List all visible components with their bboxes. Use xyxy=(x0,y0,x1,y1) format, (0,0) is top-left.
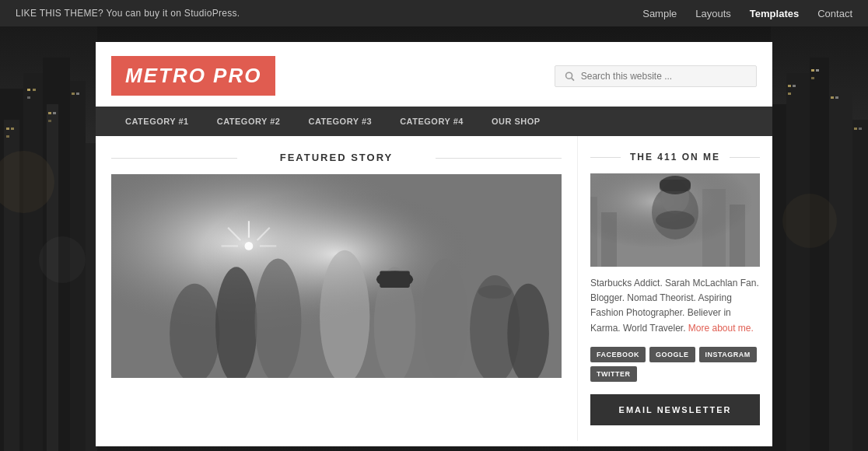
top-nav: Sample Layouts Templates Contact xyxy=(642,8,852,19)
nav-our-shop[interactable]: OUR SHOP xyxy=(478,107,555,136)
google-button[interactable]: GOOGLE xyxy=(649,347,695,362)
main-content: FEATURED STORY xyxy=(96,136,578,441)
svg-rect-68 xyxy=(601,212,617,267)
instagram-button[interactable]: INSTAGRAM xyxy=(699,347,757,362)
nav-layouts[interactable]: Layouts xyxy=(695,8,731,19)
svg-rect-33 xyxy=(854,128,857,130)
nav-category-2[interactable]: CATEGORY #2 xyxy=(203,107,295,136)
svg-rect-29 xyxy=(816,69,819,72)
svg-rect-22 xyxy=(810,58,829,451)
svg-point-51 xyxy=(478,285,512,299)
twitter-button[interactable]: TWITTER xyxy=(590,366,637,382)
svg-point-52 xyxy=(245,242,254,250)
content-area: FEATURED STORY xyxy=(96,136,772,441)
svg-rect-13 xyxy=(48,112,51,114)
bio-link[interactable]: More about me. xyxy=(688,323,754,334)
city-left-panel xyxy=(0,26,97,451)
svg-rect-23 xyxy=(829,89,852,451)
sidebar: THE 411 ON ME xyxy=(578,136,772,441)
svg-rect-20 xyxy=(771,104,786,451)
svg-rect-27 xyxy=(788,93,791,95)
svg-point-19 xyxy=(39,236,86,283)
newsletter-title-text: EMAIL NEWSLETTER xyxy=(619,405,732,414)
search-box[interactable] xyxy=(555,65,757,87)
svg-rect-15 xyxy=(48,120,51,122)
email-newsletter: EMAIL NEWSLETTER xyxy=(590,394,760,425)
search-input[interactable] xyxy=(581,71,747,82)
svg-point-36 xyxy=(566,72,572,79)
sidebar-title-text: THE 411 ON ME xyxy=(630,152,720,163)
search-icon xyxy=(565,71,575,82)
svg-rect-67 xyxy=(590,197,597,267)
featured-section-title: FEATURED STORY xyxy=(111,152,562,163)
svg-rect-65 xyxy=(702,189,726,267)
promo-message: LIKE THIS THEME? You can buy it on Studi… xyxy=(16,8,240,19)
nav-category-4[interactable]: CATEGORY #4 xyxy=(386,107,478,136)
svg-rect-16 xyxy=(72,93,75,95)
site-header: METRO PRO xyxy=(96,42,772,107)
svg-rect-12 xyxy=(27,96,30,99)
city-right-panel xyxy=(771,26,868,451)
svg-rect-50 xyxy=(380,271,410,288)
svg-point-46 xyxy=(422,258,468,378)
facebook-button[interactable]: FACEBOOK xyxy=(590,347,646,362)
svg-rect-34 xyxy=(859,128,862,130)
promo-text: LIKE THIS THEME? You can buy it on Studi… xyxy=(16,8,240,19)
nav-bar: CATEGORY #1 CATEGORY #2 CATEGORY #3 CATE… xyxy=(96,107,772,136)
sidebar-section-title: THE 411 ON ME xyxy=(590,152,760,163)
nav-sample[interactable]: Sample xyxy=(642,8,677,19)
svg-rect-66 xyxy=(730,205,745,267)
svg-point-64 xyxy=(656,211,695,229)
main-wrapper: METRO PRO CATEGORY #1 CATEGORY #2 CATEGO… xyxy=(96,42,772,446)
nav-category-3[interactable]: CATEGORY #3 xyxy=(294,107,386,136)
site-logo[interactable]: METRO PRO xyxy=(111,56,275,96)
svg-rect-31 xyxy=(831,96,834,99)
svg-rect-32 xyxy=(835,96,838,99)
nav-contact[interactable]: Contact xyxy=(817,8,852,19)
svg-point-35 xyxy=(782,194,837,248)
svg-rect-30 xyxy=(811,77,814,79)
logo-text: METRO PRO xyxy=(125,64,261,87)
svg-rect-63 xyxy=(660,180,691,191)
svg-rect-11 xyxy=(33,89,36,91)
svg-rect-8 xyxy=(11,128,14,130)
svg-rect-26 xyxy=(793,85,796,87)
top-bar: LIKE THIS THEME? You can buy it on Studi… xyxy=(0,0,868,26)
featured-title-text: FEATURED STORY xyxy=(280,152,394,163)
sidebar-bio: Starbucks Addict. Sarah McLachlan Fan. B… xyxy=(590,276,760,336)
svg-rect-28 xyxy=(811,69,814,72)
featured-image xyxy=(111,174,562,378)
nav-category-1[interactable]: CATEGORY #1 xyxy=(111,107,203,136)
svg-rect-10 xyxy=(27,89,30,91)
svg-point-44 xyxy=(320,250,369,378)
svg-rect-21 xyxy=(786,73,810,451)
svg-rect-7 xyxy=(6,128,9,130)
svg-rect-17 xyxy=(76,93,79,95)
sidebar-avatar xyxy=(590,173,760,267)
svg-rect-25 xyxy=(788,85,791,87)
svg-rect-14 xyxy=(53,112,56,114)
svg-line-37 xyxy=(572,78,574,80)
svg-point-43 xyxy=(254,258,301,378)
svg-rect-9 xyxy=(6,135,9,138)
featured-image-inner xyxy=(111,174,562,378)
newsletter-title: EMAIL NEWSLETTER xyxy=(601,405,749,414)
nav-templates[interactable]: Templates xyxy=(750,8,799,19)
svg-rect-24 xyxy=(852,120,868,451)
social-buttons: FACEBOOK GOOGLE INSTAGRAM TWITTER xyxy=(590,347,760,382)
